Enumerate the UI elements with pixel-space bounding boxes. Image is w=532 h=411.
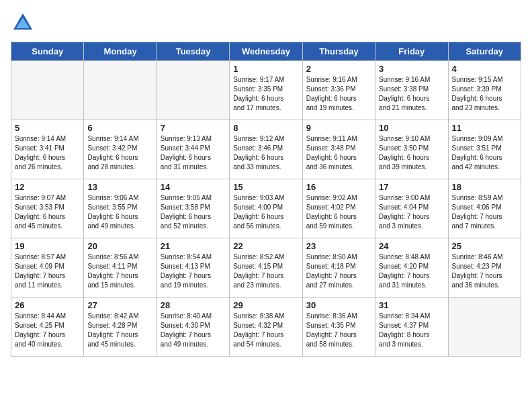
day-info: Sunrise: 9:12 AM Sunset: 3:46 PM Dayligh…: [233, 134, 298, 172]
calendar-cell: 10Sunrise: 9:10 AM Sunset: 3:50 PM Dayli…: [375, 120, 448, 179]
day-header-saturday: Saturday: [448, 42, 521, 61]
calendar-cell: 26Sunrise: 8:44 AM Sunset: 4:25 PM Dayli…: [11, 298, 84, 357]
calendar-cell: 30Sunrise: 8:36 AM Sunset: 4:35 PM Dayli…: [302, 298, 375, 357]
logo: [11, 11, 38, 35]
day-info: Sunrise: 9:00 AM Sunset: 4:04 PM Dayligh…: [379, 193, 444, 231]
calendar-cell: 29Sunrise: 8:38 AM Sunset: 4:32 PM Dayli…: [230, 298, 302, 357]
calendar-cell: 19Sunrise: 8:57 AM Sunset: 4:09 PM Dayli…: [11, 238, 84, 298]
calendar-cell: 4Sunrise: 9:15 AM Sunset: 3:39 PM Daylig…: [448, 61, 521, 120]
calendar-cell: 8Sunrise: 9:12 AM Sunset: 3:46 PM Daylig…: [230, 120, 302, 179]
day-number: 26: [15, 300, 80, 310]
calendar-cell: 12Sunrise: 9:07 AM Sunset: 3:53 PM Dayli…: [11, 179, 84, 238]
day-number: 6: [87, 123, 152, 133]
day-info: Sunrise: 8:57 AM Sunset: 4:09 PM Dayligh…: [15, 253, 80, 290]
calendar-cell: 27Sunrise: 8:42 AM Sunset: 4:28 PM Dayli…: [84, 298, 157, 357]
day-info: Sunrise: 8:56 AM Sunset: 4:11 PM Dayligh…: [87, 253, 152, 290]
calendar-cell: 11Sunrise: 9:09 AM Sunset: 3:51 PM Dayli…: [448, 120, 521, 179]
day-number: 22: [233, 241, 298, 251]
calendar-cell: 13Sunrise: 9:06 AM Sunset: 3:55 PM Dayli…: [84, 179, 157, 238]
day-info: Sunrise: 8:42 AM Sunset: 4:28 PM Dayligh…: [87, 312, 152, 349]
day-number: 19: [15, 241, 80, 251]
day-info: Sunrise: 9:14 AM Sunset: 3:42 PM Dayligh…: [87, 134, 152, 172]
day-info: Sunrise: 9:15 AM Sunset: 3:39 PM Dayligh…: [452, 75, 517, 113]
day-number: 24: [379, 241, 444, 251]
day-number: 2: [306, 64, 371, 74]
calendar-cell: 31Sunrise: 8:34 AM Sunset: 4:37 PM Dayli…: [375, 298, 448, 357]
day-number: 17: [379, 182, 444, 192]
day-number: 23: [306, 241, 371, 251]
day-number: 12: [15, 182, 80, 192]
calendar-cell: 24Sunrise: 8:48 AM Sunset: 4:20 PM Dayli…: [375, 238, 448, 298]
calendar-cell: 20Sunrise: 8:56 AM Sunset: 4:11 PM Dayli…: [84, 238, 157, 298]
day-number: 9: [306, 123, 371, 133]
calendar-cell: [11, 61, 84, 120]
day-header-tuesday: Tuesday: [157, 42, 229, 61]
calendar-cell: 1Sunrise: 9:17 AM Sunset: 3:35 PM Daylig…: [230, 61, 302, 120]
day-info: Sunrise: 8:34 AM Sunset: 4:37 PM Dayligh…: [379, 312, 444, 349]
calendar-header-row: SundayMondayTuesdayWednesdayThursdayFrid…: [11, 42, 521, 61]
day-info: Sunrise: 9:11 AM Sunset: 3:48 PM Dayligh…: [306, 134, 371, 172]
day-number: 29: [233, 300, 298, 310]
calendar-cell: 6Sunrise: 9:14 AM Sunset: 3:42 PM Daylig…: [84, 120, 157, 179]
page-header: [11, 11, 521, 35]
day-info: Sunrise: 9:16 AM Sunset: 3:38 PM Dayligh…: [379, 75, 444, 113]
day-number: 10: [379, 123, 444, 133]
day-info: Sunrise: 8:46 AM Sunset: 4:23 PM Dayligh…: [452, 253, 517, 290]
day-info: Sunrise: 9:14 AM Sunset: 3:41 PM Dayligh…: [15, 134, 80, 172]
day-info: Sunrise: 9:16 AM Sunset: 3:36 PM Dayligh…: [306, 75, 371, 113]
day-info: Sunrise: 8:48 AM Sunset: 4:20 PM Dayligh…: [379, 253, 444, 290]
calendar-cell: 14Sunrise: 9:05 AM Sunset: 3:58 PM Dayli…: [157, 179, 229, 238]
week-row-3: 12Sunrise: 9:07 AM Sunset: 3:53 PM Dayli…: [11, 179, 521, 238]
day-info: Sunrise: 9:09 AM Sunset: 3:51 PM Dayligh…: [452, 134, 517, 172]
day-number: 18: [452, 182, 517, 192]
calendar-cell: 21Sunrise: 8:54 AM Sunset: 4:13 PM Dayli…: [157, 238, 229, 298]
day-info: Sunrise: 8:54 AM Sunset: 4:13 PM Dayligh…: [161, 253, 226, 290]
logo-icon: [11, 11, 35, 35]
calendar-cell: 16Sunrise: 9:02 AM Sunset: 4:02 PM Dayli…: [302, 179, 375, 238]
day-number: 20: [87, 241, 152, 251]
day-header-wednesday: Wednesday: [230, 42, 302, 61]
calendar-cell: [448, 298, 521, 357]
calendar-cell: 28Sunrise: 8:40 AM Sunset: 4:30 PM Dayli…: [157, 298, 229, 357]
day-number: 3: [379, 64, 444, 74]
day-info: Sunrise: 9:02 AM Sunset: 4:02 PM Dayligh…: [306, 193, 371, 231]
day-number: 14: [161, 182, 226, 192]
week-row-2: 5Sunrise: 9:14 AM Sunset: 3:41 PM Daylig…: [11, 120, 521, 179]
day-header-friday: Friday: [375, 42, 448, 61]
day-info: Sunrise: 9:03 AM Sunset: 4:00 PM Dayligh…: [233, 193, 298, 231]
day-number: 28: [161, 300, 226, 310]
day-number: 31: [379, 300, 444, 310]
calendar-cell: [84, 61, 157, 120]
day-info: Sunrise: 8:40 AM Sunset: 4:30 PM Dayligh…: [161, 312, 226, 349]
day-header-thursday: Thursday: [302, 42, 375, 61]
day-header-sunday: Sunday: [11, 42, 84, 61]
week-row-5: 26Sunrise: 8:44 AM Sunset: 4:25 PM Dayli…: [11, 298, 521, 357]
day-info: Sunrise: 9:17 AM Sunset: 3:35 PM Dayligh…: [233, 75, 298, 113]
calendar-cell: 18Sunrise: 8:59 AM Sunset: 4:06 PM Dayli…: [448, 179, 521, 238]
day-info: Sunrise: 9:07 AM Sunset: 3:53 PM Dayligh…: [15, 193, 80, 231]
day-info: Sunrise: 9:06 AM Sunset: 3:55 PM Dayligh…: [87, 193, 152, 231]
day-number: 15: [233, 182, 298, 192]
day-info: Sunrise: 9:10 AM Sunset: 3:50 PM Dayligh…: [379, 134, 444, 172]
day-info: Sunrise: 8:38 AM Sunset: 4:32 PM Dayligh…: [233, 312, 298, 349]
calendar: SundayMondayTuesdayWednesdayThursdayFrid…: [11, 42, 521, 357]
day-number: 25: [452, 241, 517, 251]
day-info: Sunrise: 8:50 AM Sunset: 4:18 PM Dayligh…: [306, 253, 371, 290]
day-number: 21: [161, 241, 226, 251]
day-info: Sunrise: 8:36 AM Sunset: 4:35 PM Dayligh…: [306, 312, 371, 349]
week-row-4: 19Sunrise: 8:57 AM Sunset: 4:09 PM Dayli…: [11, 238, 521, 298]
calendar-cell: [157, 61, 229, 120]
calendar-cell: 22Sunrise: 8:52 AM Sunset: 4:15 PM Dayli…: [230, 238, 302, 298]
calendar-cell: 25Sunrise: 8:46 AM Sunset: 4:23 PM Dayli…: [448, 238, 521, 298]
day-number: 27: [87, 300, 152, 310]
calendar-cell: 9Sunrise: 9:11 AM Sunset: 3:48 PM Daylig…: [302, 120, 375, 179]
calendar-cell: 17Sunrise: 9:00 AM Sunset: 4:04 PM Dayli…: [375, 179, 448, 238]
day-number: 1: [233, 64, 298, 74]
day-number: 8: [233, 123, 298, 133]
day-info: Sunrise: 8:59 AM Sunset: 4:06 PM Dayligh…: [452, 193, 517, 231]
day-number: 4: [452, 64, 517, 74]
calendar-cell: 2Sunrise: 9:16 AM Sunset: 3:36 PM Daylig…: [302, 61, 375, 120]
calendar-cell: 5Sunrise: 9:14 AM Sunset: 3:41 PM Daylig…: [11, 120, 84, 179]
day-number: 30: [306, 300, 371, 310]
day-number: 16: [306, 182, 371, 192]
